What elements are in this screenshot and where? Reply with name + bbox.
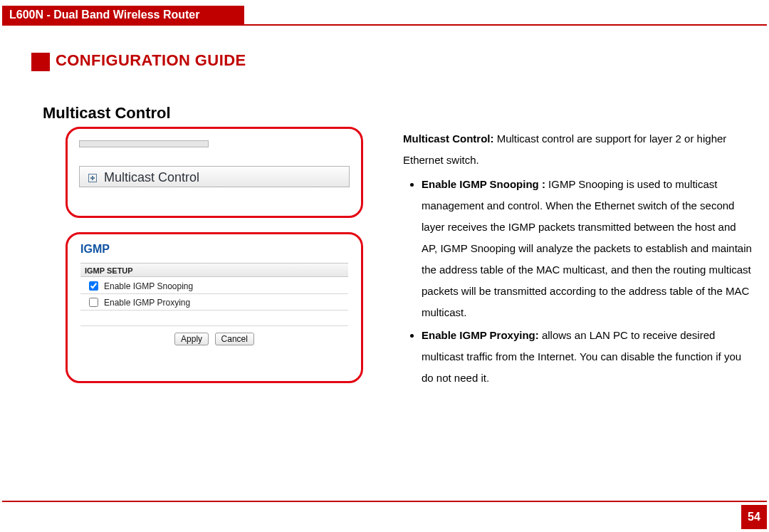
apply-button[interactable]: Apply — [174, 333, 209, 345]
checkbox-igmp-proxying[interactable] — [89, 298, 98, 307]
item-text: IGMP Snooping is used to multicast manag… — [422, 178, 752, 318]
cancel-button[interactable]: Cancel — [215, 333, 254, 345]
item-strong: Enable IGMP Snooping : — [422, 178, 545, 190]
igmp-panel-title: IGMP — [80, 243, 110, 256]
top-rule — [2, 24, 767, 26]
description-list: Enable IGMP Snooping : IGMP Snooping is … — [403, 174, 752, 389]
checkbox-igmp-snooping[interactable] — [89, 281, 98, 291]
description-block: Multicast Control: Multicast control are… — [403, 128, 752, 390]
product-title-text: L600N - Dual Band Wireless Router — [9, 9, 199, 21]
expand-icon — [88, 174, 97, 182]
item-strong: Enable IGMP Proxying: — [422, 329, 539, 341]
nav-item-label: Multicast Control — [104, 170, 199, 184]
callout-igmp-panel: IGMP IGMP SETUP Enable IGMP Snooping Ena… — [66, 232, 363, 383]
decorative-gray-bar — [79, 140, 209, 147]
page-number: 54 — [741, 505, 767, 529]
product-title-banner: L600N - Dual Band Wireless Router — [2, 6, 244, 24]
description-item: Enable IGMP Proxying: allows an LAN PC t… — [422, 325, 752, 389]
nav-item-multicast-control[interactable]: Multicast Control — [79, 166, 350, 187]
bottom-rule — [2, 501, 767, 502]
callout-nav-item: Multicast Control — [66, 127, 363, 218]
option-label-proxying: Enable IGMP Proxying — [104, 298, 190, 308]
option-row-proxying: Enable IGMP Proxying — [80, 295, 348, 311]
option-label-snooping: Enable IGMP Snooping — [104, 281, 193, 291]
option-row-snooping: Enable IGMP Snooping — [80, 278, 348, 294]
doc-title: CONFIGURATION GUIDE — [56, 51, 246, 70]
description-item: Enable IGMP Snooping : IGMP Snooping is … — [422, 174, 752, 323]
lead-strong: Multicast Control: — [403, 132, 494, 145]
section-heading: Multicast Control — [43, 104, 171, 122]
button-row: Apply Cancel — [80, 325, 348, 345]
description-lead: Multicast Control: Multicast control are… — [403, 128, 752, 171]
igmp-setup-header: IGMP SETUP — [80, 263, 348, 277]
title-red-square — [31, 53, 50, 71]
